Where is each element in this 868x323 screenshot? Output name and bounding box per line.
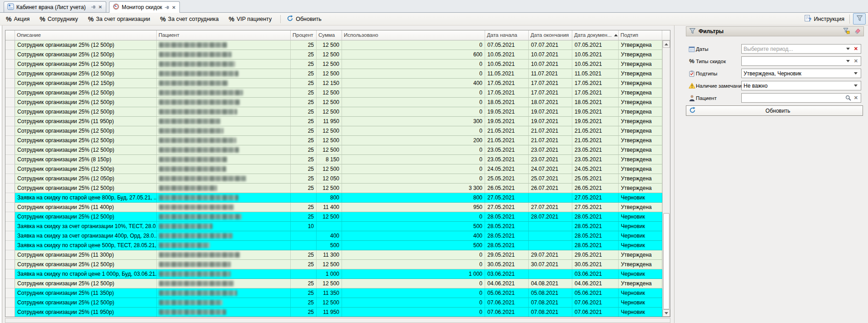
patient-name-blurred: [159, 262, 231, 267]
patient-input[interactable]: ✕: [741, 93, 861, 103]
table-row[interactable]: Сотрудник организации 25% (12 500р)2512 …: [5, 260, 662, 269]
cell-sum: 800: [317, 193, 342, 203]
cell-used: 0: [342, 98, 485, 107]
toolbar-button-2[interactable]: %За счет организации: [87, 15, 152, 23]
grid-body: Сотрудник организации 25% (12 500р)2512 …: [5, 40, 662, 317]
scroll-up-button[interactable]: [663, 40, 670, 48]
table-row[interactable]: Сотрудник организации 25% (12 500р)2512 …: [5, 69, 662, 79]
gauge-icon: [113, 3, 119, 11]
patient-name-blurred: [159, 176, 246, 181]
cell-subtype: Черновик: [619, 212, 662, 222]
cell-used: 0: [342, 298, 485, 308]
chevron-down-icon[interactable]: [846, 60, 850, 62]
clear-icon[interactable]: ✕: [853, 59, 859, 64]
tab-discount-monitor[interactable]: Монитор скидок ✕: [109, 1, 180, 13]
table-row[interactable]: Сотрудник организации 25% (12 500р)2512 …: [5, 126, 662, 136]
cell-sum: 11 950: [317, 308, 342, 317]
table-row[interactable]: Сотрудник организации 25% (12 500р)2512 …: [5, 212, 662, 222]
column-header-sum[interactable]: Сумма: [317, 30, 342, 40]
percent-icon: %: [40, 16, 45, 22]
svg-text:?: ?: [808, 17, 811, 22]
table-row[interactable]: Сотрудник организации 25% (12 500р)2512 …: [5, 298, 662, 308]
discount-types-input[interactable]: ✕: [741, 56, 861, 66]
column-header-subtype[interactable]: Подтип: [619, 30, 662, 40]
column-header-date_start[interactable]: Дата начала: [485, 30, 529, 40]
table-row[interactable]: Сотрудник организации 25% (12 500р)2512 …: [5, 40, 662, 50]
toolbar-button-3[interactable]: %За счет сотрудника: [159, 15, 220, 23]
patient-name-blurred: [159, 80, 228, 86]
column-header-date_end[interactable]: Дата окончания: [529, 30, 572, 40]
table-row[interactable]: Сотрудник организации 25% (11 400р)2511 …: [5, 203, 662, 212]
refresh-button[interactable]: Обновить: [285, 14, 323, 24]
cell-date_start: 26.05.2021: [485, 184, 529, 193]
clear-icon[interactable]: ✕: [853, 95, 859, 100]
cell-sum: 12 500: [317, 212, 342, 222]
scroll-down-button[interactable]: [663, 309, 670, 317]
column-header-used[interactable]: Использовано: [342, 30, 485, 40]
toolbar-button-0[interactable]: %Акция: [5, 15, 31, 23]
tab-doctor-office[interactable]: Кабинет врача (Лист учета) ✕: [4, 1, 106, 12]
remarks-input[interactable]: Не важно: [741, 81, 861, 90]
column-header-patient[interactable]: Пациент: [157, 30, 291, 40]
table-row[interactable]: Сотрудник организации 25% (12 500р)2512 …: [5, 136, 662, 145]
table-row[interactable]: Сотрудник организации 25% (11 350р)2511 …: [5, 288, 662, 298]
cell-date_end: 07.08.2021: [529, 308, 572, 317]
close-icon[interactable]: ✕: [172, 5, 176, 10]
subtypes-input[interactable]: Утверждена, Черновик: [741, 69, 861, 78]
eraser-icon[interactable]: [854, 28, 861, 35]
table-row[interactable]: Сотрудник организации 25% (12 500р)2512 …: [5, 88, 662, 98]
table-row[interactable]: Заявка на скидку по старой цене 1 000р, …: [5, 269, 662, 279]
chevron-down-icon[interactable]: [854, 72, 858, 75]
table-row[interactable]: Сотрудник организации 25% (12 050р)2512 …: [5, 174, 662, 184]
cell-used: 0: [342, 145, 485, 155]
toolbar-button-1[interactable]: %Сотруднику: [38, 15, 79, 23]
cell-date_doc: 19.05.2021: [572, 107, 619, 117]
save-filter-icon[interactable]: [843, 28, 850, 35]
pin-icon[interactable]: [164, 5, 169, 10]
table-row[interactable]: Заявка на скидку по старой цене 800р, Бу…: [5, 193, 662, 203]
table-row[interactable]: Заявка на скидку за счет организации 10%…: [5, 222, 662, 231]
table-row[interactable]: Сотрудник организации 25% (12 150р)2512 …: [5, 79, 662, 88]
table-row[interactable]: Сотрудник организации 25% (8 150р)258 15…: [5, 155, 662, 164]
arrow-down-icon: [665, 312, 668, 314]
table-row[interactable]: Сотрудник организации 25% (11 300р)2511 …: [5, 250, 662, 260]
clear-icon[interactable]: ✕: [853, 46, 859, 51]
table-row[interactable]: Сотрудник организации 25% (12 500р)2512 …: [5, 279, 662, 288]
horizontal-scrollbar[interactable]: [5, 318, 670, 323]
cell-description: Сотрудник организации 25% (12 500р): [15, 60, 157, 69]
cell-date_end: [529, 231, 572, 241]
chevron-down-icon[interactable]: [854, 84, 858, 87]
column-header-description[interactable]: Описание: [15, 30, 157, 40]
table-row[interactable]: Сотрудник организации 25% (12 500р)2512 …: [5, 107, 662, 117]
table-row[interactable]: Сотрудник организации 25% (12 500р)2512 …: [5, 184, 662, 193]
table-row[interactable]: Сотрудник организации 25% (12 500р)2512 …: [5, 164, 662, 174]
table-row[interactable]: Сотрудник организации 25% (12 500р)2512 …: [5, 145, 662, 155]
table-row[interactable]: Сотрудник организации 25% (12 500р)2512 …: [5, 98, 662, 107]
toolbar-button-4[interactable]: %VIP пациенту: [227, 15, 273, 23]
instruction-button[interactable]: ? Инструкция: [803, 14, 846, 24]
cell-date_start: 24.05.2021: [485, 164, 529, 174]
table-row[interactable]: Сотрудник организации 25% (11 950р)2511 …: [5, 117, 662, 126]
column-header-date_doc[interactable]: Дата докумен...: [572, 30, 619, 40]
pin-icon[interactable]: [91, 5, 96, 10]
filters-refresh-button[interactable]: Обновить: [686, 105, 863, 116]
cell-patient: [157, 98, 291, 107]
filter-panel-toggle-button[interactable]: [853, 13, 866, 25]
table-row[interactable]: Сотрудник организации 25% (12 500р)2512 …: [5, 50, 662, 60]
grid-header-corner: [662, 30, 670, 40]
table-row[interactable]: Сотрудник организации 25% (11 950р)2511 …: [5, 308, 662, 317]
table-row[interactable]: Заявка на скидку по старой цене 500р, ТЕ…: [5, 241, 662, 250]
vertical-scrollbar[interactable]: [662, 40, 670, 317]
table-row[interactable]: Заявка на скидку за счет организации 400…: [5, 231, 662, 241]
close-icon[interactable]: ✕: [98, 5, 103, 10]
table-row[interactable]: Сотрудник организации 25% (12 500р)2512 …: [5, 60, 662, 69]
search-icon[interactable]: [845, 95, 851, 101]
cell-sum: 12 500: [317, 69, 342, 79]
dates-input[interactable]: Выберите период...✕: [741, 44, 861, 54]
chevron-down-icon[interactable]: [846, 48, 850, 50]
cell-subtype: Утверждена: [619, 107, 662, 117]
refresh-button-label: Обновить: [296, 16, 322, 22]
column-header-percent[interactable]: Процент: [291, 30, 317, 40]
scrollbar-thumb[interactable]: [663, 213, 670, 309]
cell-used: 0: [342, 40, 485, 50]
